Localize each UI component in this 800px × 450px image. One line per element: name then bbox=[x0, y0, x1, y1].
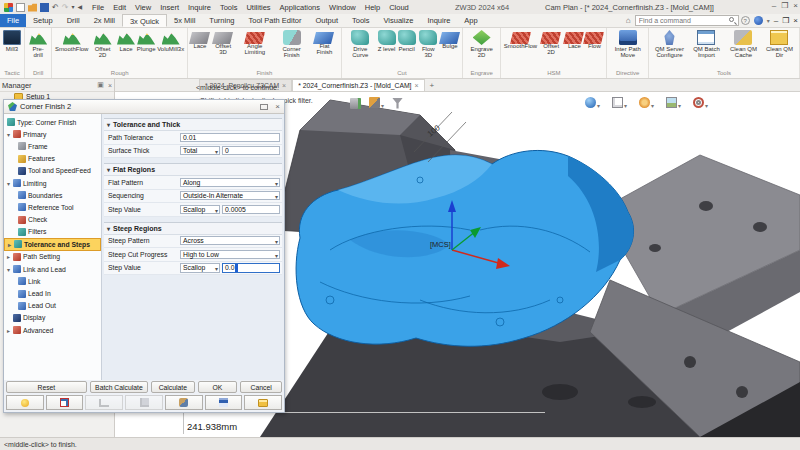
undo-icon[interactable]: ↶ bbox=[52, 3, 59, 12]
menu-utilities[interactable]: Utilities bbox=[246, 3, 270, 12]
doc-tab-cornerfinish[interactable]: * 2024_Cornerfinish.Z3 - [Mold_CAM] × bbox=[292, 79, 424, 91]
open-file-icon[interactable] bbox=[28, 3, 37, 12]
new-file-icon[interactable] bbox=[16, 3, 25, 12]
ribbon-button-engrave-2d[interactable]: Engrave 2D bbox=[465, 29, 498, 59]
tab-file[interactable]: File bbox=[0, 14, 26, 27]
menu-insert[interactable]: Insert bbox=[160, 3, 179, 12]
reset-button[interactable]: Reset bbox=[6, 381, 87, 393]
wireframe-display-icon[interactable] bbox=[612, 97, 623, 108]
edit-region-button[interactable] bbox=[46, 395, 84, 410]
section-tolerance-and-thick[interactable]: Tolerance and Thick bbox=[104, 118, 282, 131]
menu-view[interactable]: View bbox=[135, 3, 151, 12]
ribbon-button-qm-batch-import[interactable]: QM Batch Import bbox=[688, 29, 725, 59]
surface-thick-input[interactable]: 0 bbox=[222, 146, 280, 155]
help-icon[interactable]: ? bbox=[741, 16, 750, 25]
tree-item-check[interactable]: Check bbox=[4, 214, 101, 226]
pin-icon[interactable]: ▣ bbox=[97, 81, 104, 89]
menu-edit[interactable]: Edit bbox=[113, 3, 126, 12]
tree-item-primary[interactable]: Primary bbox=[4, 128, 101, 140]
tab-output[interactable]: Output bbox=[308, 14, 345, 27]
account-icon[interactable] bbox=[754, 16, 763, 25]
shaded-display-icon[interactable] bbox=[585, 97, 596, 108]
rotation-center-icon[interactable] bbox=[693, 97, 704, 108]
tree-item-path-setting[interactable]: Path Setting bbox=[4, 251, 101, 263]
ribbon-restore-button[interactable]: ❒ bbox=[782, 16, 789, 25]
popup-icon[interactable] bbox=[260, 104, 268, 110]
menu-cloud[interactable]: Cloud bbox=[389, 3, 409, 12]
flat-step-value-input[interactable]: 0.0005 bbox=[222, 205, 280, 214]
path-tolerance-input[interactable]: 0.01 bbox=[180, 133, 280, 142]
ribbon-button-plunge[interactable]: Plunge bbox=[136, 29, 156, 52]
collapse-icon[interactable]: ◀ bbox=[77, 3, 82, 12]
ribbon-button-pencil[interactable]: Pencil bbox=[397, 29, 417, 52]
menu-tools[interactable]: Tools bbox=[220, 3, 238, 12]
steep-cut-progress-select[interactable]: High to Low bbox=[180, 250, 280, 259]
section-flat-regions[interactable]: Flat Regions bbox=[104, 163, 282, 176]
tree-item-features[interactable]: Features bbox=[4, 153, 101, 165]
tree-item-lead-in[interactable]: Lead In bbox=[4, 287, 101, 299]
chevron-down-icon[interactable]: ▾ bbox=[624, 103, 627, 109]
ribbon-button-corner-finish[interactable]: Corner Finish bbox=[273, 29, 310, 59]
tab-drill[interactable]: Drill bbox=[60, 14, 87, 27]
chevron-down-icon[interactable]: ▾ bbox=[597, 103, 600, 109]
chevron-down-icon[interactable]: ▾ bbox=[678, 103, 681, 109]
tree-item-reference-tool[interactable]: Reference Tool bbox=[4, 201, 101, 213]
load-operation-button[interactable] bbox=[244, 395, 282, 410]
tree-item-link[interactable]: Link bbox=[4, 275, 101, 287]
tree-item-frame[interactable]: Frame bbox=[4, 140, 101, 152]
background-icon[interactable] bbox=[666, 97, 677, 108]
tab-5x-mill[interactable]: 5x Mill bbox=[167, 14, 202, 27]
tab-2x-mill[interactable]: 2x Mill bbox=[87, 14, 122, 27]
menu-help[interactable]: Help bbox=[365, 3, 380, 12]
expand-icon[interactable] bbox=[7, 131, 11, 138]
expand-icon[interactable] bbox=[7, 253, 11, 260]
tab-tool-path-editor[interactable]: Tool Path Editor bbox=[242, 14, 309, 27]
expand-icon[interactable] bbox=[7, 327, 11, 334]
cancel-button[interactable]: Cancel bbox=[240, 381, 282, 393]
steep-pattern-select[interactable]: Across bbox=[180, 236, 280, 245]
tool-setting-button[interactable] bbox=[165, 395, 203, 410]
tree-item-filters[interactable]: Filters bbox=[4, 226, 101, 238]
menu-window[interactable]: Window bbox=[329, 3, 356, 12]
home-icon[interactable]: ⌂ bbox=[626, 16, 631, 25]
sequencing-select[interactable]: Outside-In Alternate bbox=[180, 191, 280, 200]
paintbrush-icon[interactable] bbox=[369, 97, 380, 108]
tab-turning[interactable]: Turning bbox=[202, 14, 241, 27]
close-icon[interactable]: × bbox=[415, 82, 419, 89]
ribbon-button-smoothflow-hsm[interactable]: SmoothFlow bbox=[503, 29, 538, 49]
tree-item-boundaries[interactable]: Boundaries bbox=[4, 189, 101, 201]
restore-button[interactable]: ❒ bbox=[781, 1, 788, 10]
ribbon-button-volumill3x[interactable]: VoluMill3x bbox=[156, 29, 185, 52]
customize-toolbar-icon[interactable]: ▾ bbox=[71, 3, 74, 12]
batch-calculate-button[interactable]: Batch Calculate bbox=[90, 381, 148, 393]
chevron-down-icon[interactable]: ▾ bbox=[705, 103, 708, 109]
ribbon-button-flat-finish[interactable]: Flat Finish bbox=[310, 29, 339, 56]
tree-item-advanced[interactable]: Advanced bbox=[4, 324, 101, 336]
tab-app[interactable]: App bbox=[457, 14, 484, 27]
tree-item-type[interactable]: Type: Corner Finish bbox=[4, 116, 101, 128]
tab-visualize[interactable]: Visualize bbox=[376, 14, 420, 27]
expand-icon[interactable] bbox=[7, 266, 11, 273]
pick-filter-icon[interactable] bbox=[392, 98, 403, 109]
exit-input-icon[interactable] bbox=[350, 98, 361, 109]
ribbon-button-qm-server-configure[interactable]: QM Server Configure bbox=[651, 29, 688, 59]
dialog-title-bar[interactable]: Corner Finish 2 × bbox=[4, 100, 284, 114]
tab-inquire[interactable]: Inquire bbox=[420, 14, 457, 27]
save-operation-button[interactable] bbox=[205, 395, 243, 410]
close-button[interactable]: × bbox=[793, 1, 798, 10]
tree-item-link-and-lead[interactable]: Link and Lead bbox=[4, 263, 101, 275]
ribbon-button-inter-path-move[interactable]: Inter Path Move bbox=[609, 29, 646, 59]
ribbon-button-flow-3d[interactable]: Flow 3D bbox=[417, 29, 440, 59]
expand-icon[interactable] bbox=[8, 241, 12, 248]
tree-item-display[interactable]: Display bbox=[4, 312, 101, 324]
calculate-button[interactable]: Calculate bbox=[151, 381, 195, 393]
dialog-close-icon[interactable]: × bbox=[275, 102, 280, 111]
menu-inquire[interactable]: Inquire bbox=[188, 3, 211, 12]
hint-button[interactable] bbox=[6, 395, 44, 410]
tab-3x-quick[interactable]: 3x Quick bbox=[122, 14, 167, 27]
ribbon-button-pre-drill[interactable]: Pre-drill bbox=[27, 29, 49, 59]
minimize-button[interactable]: – bbox=[772, 1, 776, 10]
section-steep-regions[interactable]: Steep Regions bbox=[104, 222, 282, 235]
flat-pattern-select[interactable]: Along bbox=[180, 178, 280, 187]
flat-step-value-select[interactable]: Scallop bbox=[180, 205, 220, 214]
